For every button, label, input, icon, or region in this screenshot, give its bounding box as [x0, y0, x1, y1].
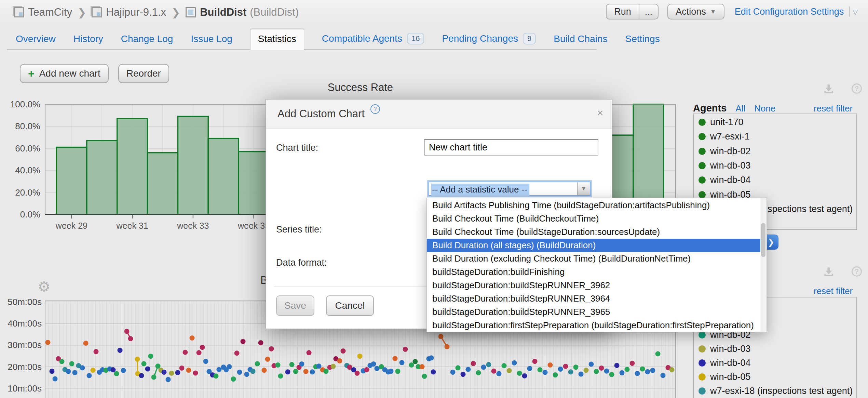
svg-text:60.0%: 60.0%	[15, 143, 40, 154]
tab-history[interactable]: History	[73, 30, 103, 49]
agent-name: unit-170	[710, 117, 744, 128]
breadcrumb-root[interactable]: TeamCity	[28, 6, 72, 18]
header-bar: TeamCity ❯ Hajipur-9.1.x ❯ BuildDist (Bu…	[0, 0, 868, 26]
svg-text:week 29: week 29	[55, 221, 87, 230]
help-icon[interactable]: ?	[370, 104, 380, 114]
tab-change-log[interactable]: Change Log	[121, 30, 173, 49]
statistic-value-dropdown: Build Artifacts Publishing Time (buildSt…	[426, 198, 767, 332]
tab-bar: OverviewHistoryChange LogIssue LogStatis…	[7, 29, 597, 50]
svg-text:week 35: week 35	[238, 221, 270, 230]
dropdown-option[interactable]: buildStageDuration:buildStepRUNNER_3964	[427, 292, 760, 305]
download-icon[interactable]	[824, 84, 834, 94]
reset-filter-link[interactable]: reset filter	[814, 286, 853, 296]
dropdown-option[interactable]: buildStageDuration:firstStepPreparation …	[427, 319, 760, 332]
agent-item[interactable]: win-db-02	[699, 146, 751, 157]
agent-item[interactable]: win-db-05	[699, 372, 751, 382]
tab-compatible-agents[interactable]: Compatible Agents16	[322, 29, 424, 49]
help-icon[interactable]: ?	[852, 83, 862, 94]
modal-header: Add Custom Chart ? ×	[266, 100, 612, 129]
agent-name: w7-esxi-1	[710, 131, 750, 142]
data-format-label: Data format:	[276, 257, 327, 268]
dropdown-option[interactable]: Build Checkout Time (BuildCheckoutTime)	[427, 212, 760, 225]
dropdown-option[interactable]: buildStageDuration:buildStepRUNNER_3965	[427, 305, 760, 319]
svg-text:0.0%: 0.0%	[20, 209, 40, 220]
project-icon	[92, 7, 102, 17]
agent-name: win-db-02	[710, 146, 751, 157]
agent-name: win-db-05	[710, 372, 751, 382]
chevron-down-icon: ▼	[710, 8, 716, 15]
agent-item[interactable]: win-db-04	[699, 358, 751, 368]
project-icon	[14, 7, 24, 17]
tab-pending-changes[interactable]: Pending Changes9	[442, 29, 536, 49]
agent-status-dot	[699, 191, 706, 198]
chart-title-label: Chart title:	[276, 143, 318, 153]
svg-text:50m:00s: 50m:00s	[8, 297, 42, 307]
svg-text:80.0%: 80.0%	[15, 121, 40, 131]
agent-item[interactable]: win-db-03	[699, 344, 751, 354]
agent-status-dot	[699, 133, 706, 140]
breadcrumb-project[interactable]: Hajipur-9.1.x	[106, 6, 166, 18]
run-button[interactable]: Run	[606, 4, 639, 19]
svg-text:week 33: week 33	[177, 221, 209, 230]
run-more-button[interactable]: ...	[639, 4, 659, 19]
agents-none-link[interactable]: None	[754, 103, 775, 114]
download-icon[interactable]	[824, 267, 834, 277]
chart-title-input[interactable]	[424, 139, 598, 156]
agent-name: win-db-04	[710, 175, 751, 185]
tab-overview[interactable]: Overview	[16, 30, 56, 49]
svg-text:10m:00s: 10m:00s	[8, 383, 42, 394]
agent-name: win-db-03	[710, 160, 751, 171]
tab-settings[interactable]: Settings	[625, 30, 660, 49]
scrollbar-thumb[interactable]	[761, 223, 765, 257]
reset-filter-link[interactable]: reset filter	[814, 103, 853, 114]
agent-item[interactable]: w7-esxi-18 (inspections test agent)	[699, 386, 853, 396]
close-icon[interactable]: ×	[597, 107, 603, 119]
save-button[interactable]: Save	[276, 295, 314, 316]
build-config-icon	[186, 7, 196, 17]
dropdown-option[interactable]: Build Artifacts Publishing Time (buildSt…	[427, 199, 760, 212]
breadcrumb-current-id: (BuildDist)	[250, 6, 299, 18]
agent-item[interactable]: win-db-04	[699, 175, 751, 185]
help-icon[interactable]: ?	[852, 266, 862, 277]
agent-name: w7-esxi-18 (inspections test agent)	[710, 386, 853, 396]
agent-status-dot	[699, 162, 706, 169]
dropdown-option[interactable]: buildStageDuration:buildStepRUNNER_3962	[427, 279, 760, 292]
dropdown-option[interactable]: Build Checkout Time (buildStageDuration:…	[427, 225, 760, 239]
success-rate-chart-title: Success Rate	[45, 81, 676, 94]
tab-statistics[interactable]: Statistics	[250, 29, 304, 50]
svg-text:100.0%: 100.0%	[10, 99, 40, 109]
actions-button[interactable]: Actions▼	[667, 4, 724, 19]
tab-issue-log[interactable]: Issue Log	[191, 30, 232, 49]
agent-name: win-db-04	[710, 358, 751, 368]
agent-item[interactable]: win-db-03	[699, 160, 751, 171]
tab-build-chains[interactable]: Build Chains	[554, 30, 607, 49]
header-actions: Run ... Actions▼ Edit Configuration Sett…	[606, 3, 858, 20]
agent-status-dot	[699, 359, 706, 367]
add-new-chart-button[interactable]: +Add new chart	[20, 64, 109, 83]
statistic-value-select[interactable]: -- Add a statistic value -- ▼	[429, 182, 591, 196]
svg-text:30m:00s: 30m:00s	[8, 340, 42, 350]
agents-all-link[interactable]: All	[735, 103, 745, 114]
reorder-button[interactable]: Reorder	[118, 64, 169, 83]
edit-configuration-settings-link[interactable]: Edit Configuration Settings	[735, 6, 844, 17]
collapse-arrow-icon[interactable]: ▽	[853, 8, 858, 16]
dropdown-option[interactable]: buildStageDuration:buildFinishing	[427, 265, 760, 279]
dropdown-option[interactable]: Build Duration (excluding Checkout Time)…	[427, 252, 760, 265]
svg-text:20.0%: 20.0%	[15, 187, 40, 198]
scrollbar[interactable]	[760, 198, 766, 332]
agent-status-dot	[699, 176, 706, 184]
svg-text:40.0%: 40.0%	[15, 165, 40, 175]
agent-item[interactable]: w7-esxi-1	[699, 131, 750, 142]
breadcrumb: TeamCity ❯ Hajipur-9.1.x ❯ BuildDist (Bu…	[14, 6, 299, 18]
statistic-value-selected: -- Add a statistic value --	[431, 184, 529, 196]
agent-status-dot	[699, 148, 706, 155]
chevron-down-icon: ▼	[577, 182, 590, 195]
dropdown-option[interactable]: Build Duration (all stages) (BuildDurati…	[427, 239, 760, 252]
agent-name: win-db-03	[710, 344, 751, 354]
divider	[849, 6, 850, 17]
agent-item[interactable]: unit-170	[699, 117, 744, 128]
svg-text:20m:00s: 20m:00s	[8, 362, 42, 372]
chart-toolbar: +Add new chart Reorder	[20, 64, 169, 83]
teamcity-statistics-page: TeamCity ❯ Hajipur-9.1.x ❯ BuildDist (Bu…	[0, 0, 868, 398]
cancel-button[interactable]: Cancel	[326, 295, 374, 316]
